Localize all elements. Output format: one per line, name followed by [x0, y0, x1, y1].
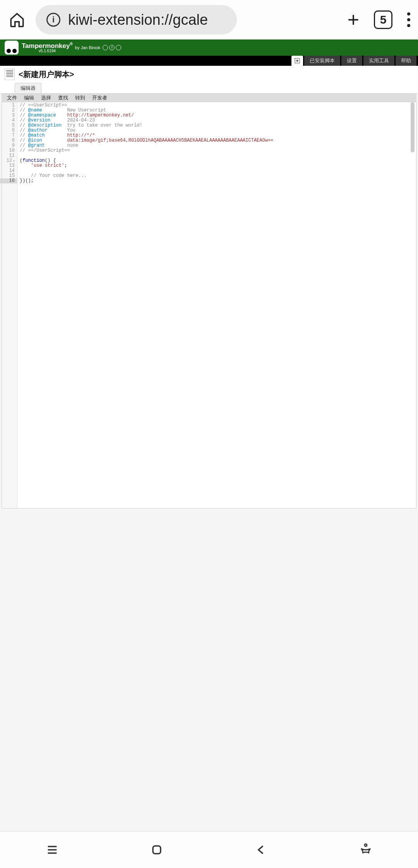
code-editor[interactable]: 1 2 3 4 5 6 7 8 9 10 11 12 13 14 15 16 /… — [2, 102, 416, 508]
social-links: f — [103, 45, 121, 50]
code-area[interactable]: // ==UserScript== // @name New Userscrip… — [17, 102, 416, 508]
tampermonkey-version: v5.1.6194 — [22, 49, 73, 53]
editor-tab[interactable]: 编辑器 — [15, 83, 41, 93]
nav-utilities[interactable]: 实用工具 — [363, 56, 394, 66]
new-tab-button[interactable]: + — [348, 8, 359, 31]
tampermonkey-title-wrap: Tampermonkey® v5.1.6194 — [22, 42, 73, 53]
nav-installed[interactable]: 已安装脚本 — [304, 56, 340, 66]
menu-find[interactable]: 查找 — [58, 94, 68, 101]
browser-actions: + 5 — [348, 8, 410, 31]
tampermonkey-logo — [5, 41, 19, 55]
url-text: kiwi-extension://gcale — [68, 12, 208, 28]
nav-help[interactable]: 帮助 — [396, 56, 416, 66]
scrollbar-thumb[interactable] — [411, 102, 415, 152]
github-icon[interactable] — [103, 45, 108, 50]
back-nav-button[interactable] — [254, 842, 269, 858]
nav-settings[interactable]: 设置 — [341, 56, 362, 66]
svg-point-5 — [365, 844, 367, 846]
menu-file[interactable]: 文件 — [7, 94, 17, 101]
instagram-icon[interactable] — [116, 45, 121, 50]
tampermonkey-title: Tampermonkey® — [22, 42, 73, 49]
tampermonkey-author: by Jan Biniok — [75, 45, 100, 50]
menu-goto[interactable]: 转到 — [75, 94, 85, 101]
sub-tabs: 编辑器 — [0, 83, 418, 94]
home-button[interactable] — [8, 10, 26, 29]
tabs-button[interactable]: 5 — [374, 10, 392, 29]
svg-rect-4 — [153, 846, 161, 854]
url-bar[interactable]: i kiwi-extension://gcale — [36, 5, 237, 34]
menu-developer[interactable]: 开发者 — [92, 94, 107, 101]
home-nav-button[interactable] — [149, 842, 164, 858]
script-title-bar: <新建用户脚本> — [0, 66, 418, 83]
facebook-icon[interactable]: f — [109, 45, 115, 50]
new-script-tab[interactable] — [291, 56, 303, 66]
editor-menu-bar: 文件 编辑 选择 查找 转到 开发者 — [2, 94, 416, 102]
android-nav-bar — [0, 831, 418, 868]
script-title: <新建用户脚本> — [19, 69, 74, 80]
line-gutter: 1 2 3 4 5 6 7 8 9 10 11 12 13 14 15 16 — [2, 102, 17, 508]
site-info-icon[interactable]: i — [46, 13, 60, 27]
menu-select[interactable]: 选择 — [41, 94, 51, 101]
tampermonkey-nav: 已安装脚本 设置 实用工具 帮助 — [0, 56, 418, 66]
line-num-active: 16 — [0, 178, 17, 183]
tampermonkey-header: Tampermonkey® v5.1.6194 by Jan Biniok f — [0, 39, 418, 56]
browser-top-bar: i kiwi-extension://gcale + 5 — [0, 0, 418, 39]
recent-apps-button[interactable] — [45, 842, 60, 858]
accessibility-button[interactable] — [358, 842, 373, 858]
document-icon — [5, 68, 15, 80]
browser-menu-button[interactable] — [407, 12, 410, 27]
menu-edit[interactable]: 编辑 — [24, 94, 34, 101]
